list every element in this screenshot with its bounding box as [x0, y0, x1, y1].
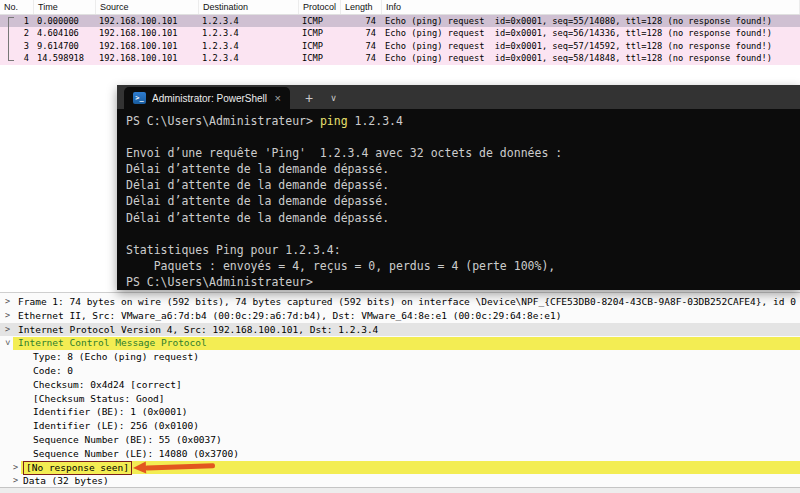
- cell-no: 3: [0, 40, 34, 52]
- tab-dropdown-icon[interactable]: ∨: [330, 94, 337, 103]
- packet-row[interactable]: 39.614700192.168.100.1011.2.3.4ICMP74Ech…: [0, 40, 800, 52]
- cell-no: 1: [0, 15, 34, 27]
- detail-text: Sequence Number (LE): 14080 (0x3700): [33, 447, 239, 461]
- terminal-prompt-line: PS C:\Users\Administrateur> ping 1.2.3.4: [126, 113, 800, 129]
- expand-icon[interactable]: >: [5, 323, 10, 337]
- wireshark-detail-pane: >Frame 1: 74 bytes on wire (592 bits), 7…: [0, 292, 800, 493]
- command-text: ping: [320, 114, 348, 128]
- packet-row[interactable]: 414.598918192.168.100.1011.2.3.4ICMP74Ec…: [0, 52, 800, 64]
- detail-row[interactable]: >Ethernet II, Src: VMware_a6:7d:b4 (00:0…: [0, 309, 800, 323]
- terminal-line: [126, 129, 800, 145]
- cell-length: 74: [341, 15, 382, 27]
- terminal-tab-bar: >_ Administrator: PowerShell × + ∨: [117, 85, 800, 109]
- cell-info: Echo (ping) request id=0x0001, seq=55/14…: [382, 15, 800, 27]
- detail-row[interactable]: >[No response seen]: [0, 461, 800, 475]
- column-header-time[interactable]: Time: [34, 0, 96, 14]
- detail-row[interactable]: Identifier (BE): 1 (0x0001): [0, 405, 800, 419]
- cell-length: 74: [341, 40, 382, 52]
- cell-source: 192.168.100.101: [96, 40, 199, 52]
- cell-destination: 1.2.3.4: [199, 27, 299, 39]
- detail-row[interactable]: Type: 8 (Echo (ping) request): [0, 350, 800, 364]
- cell-time: 0.000000: [34, 15, 96, 27]
- new-tab-button[interactable]: +: [305, 91, 313, 105]
- cell-destination: 1.2.3.4: [199, 40, 299, 52]
- cell-time: 14.598918: [34, 52, 96, 64]
- detail-text: Checksum: 0x4d24 [correct]: [33, 378, 182, 392]
- detail-row[interactable]: [Checksum Status: Good]: [0, 392, 800, 406]
- collapse-icon[interactable]: >: [1, 341, 15, 346]
- cell-protocol: ICMP: [299, 27, 341, 39]
- cell-length: 74: [341, 27, 382, 39]
- column-header-no[interactable]: No.: [0, 0, 34, 14]
- column-header-length[interactable]: Length: [341, 0, 382, 14]
- detail-row[interactable]: Code: 0: [0, 364, 800, 378]
- column-header-destination[interactable]: Destination: [199, 0, 299, 14]
- detail-row[interactable]: >Internet Control Message Protocol: [0, 336, 800, 350]
- cell-no: 2: [0, 27, 34, 39]
- cell-protocol: ICMP: [299, 15, 341, 27]
- byte-pane-edge: [0, 487, 800, 493]
- column-header-info[interactable]: Info: [382, 0, 800, 14]
- detail-text: Identifier (BE): 1 (0x0001): [33, 405, 187, 419]
- detail-row[interactable]: Checksum: 0x4d24 [correct]: [0, 378, 800, 392]
- terminal-tab[interactable]: >_ Administrator: PowerShell ×: [124, 87, 290, 109]
- cell-protocol: ICMP: [299, 52, 341, 64]
- column-header-protocol[interactable]: Protocol: [299, 0, 341, 14]
- packet-row[interactable]: 24.604106192.168.100.1011.2.3.4ICMP74Ech…: [0, 27, 800, 39]
- cell-destination: 1.2.3.4: [199, 15, 299, 27]
- cell-length: 74: [341, 52, 382, 64]
- terminal-line: PS C:\Users\Administrateur>: [126, 274, 800, 290]
- detail-text: Code: 0: [33, 364, 73, 378]
- cell-protocol: ICMP: [299, 40, 341, 52]
- expand-icon[interactable]: >: [13, 474, 18, 488]
- detail-text: Internet Control Message Protocol: [18, 336, 207, 350]
- column-header-source[interactable]: Source: [96, 0, 199, 14]
- related-packets-bracket: [8, 17, 14, 61]
- cell-destination: 1.2.3.4: [199, 52, 299, 64]
- detail-text: Internet Protocol Version 4, Src: 192.16…: [18, 323, 378, 337]
- detail-text: Frame 1: 74 bytes on wire (592 bits), 74…: [18, 295, 796, 309]
- detail-row[interactable]: Sequence Number (LE): 14080 (0x3700): [0, 447, 800, 461]
- terminal-line: [126, 226, 800, 242]
- packet-row[interactable]: 10.000000192.168.100.1011.2.3.4ICMP74Ech…: [0, 15, 800, 27]
- terminal-line: Délai d’attente de la demande dépassé.: [126, 161, 800, 177]
- packet-list-header: No.TimeSourceDestinationProtocolLengthIn…: [0, 0, 800, 15]
- detail-row[interactable]: >Internet Protocol Version 4, Src: 192.1…: [0, 323, 800, 337]
- cell-info: Echo (ping) request id=0x0001, seq=57/14…: [382, 40, 800, 52]
- cell-info: Echo (ping) request id=0x0001, seq=56/14…: [382, 27, 800, 39]
- terminal-line: Délai d’attente de la demande dépassé.: [126, 210, 800, 226]
- powershell-window: >_ Administrator: PowerShell × + ∨ PS C:…: [117, 85, 800, 290]
- detail-text: [Checksum Status: Good]: [33, 392, 165, 406]
- detail-text: Sequence Number (BE): 55 (0x0037): [33, 433, 222, 447]
- detail-text: Identifier (LE): 256 (0x0100): [33, 419, 199, 433]
- tab-title: Administrator: PowerShell: [152, 93, 267, 104]
- detail-text: Ethernet II, Src: VMware_a6:7d:b4 (00:0c…: [18, 309, 561, 323]
- terminal-line: Délai d’attente de la demande dépassé.: [126, 177, 800, 193]
- terminal-output[interactable]: PS C:\Users\Administrateur> ping 1.2.3.4…: [117, 109, 800, 290]
- terminal-line: Délai d’attente de la demande dépassé.: [126, 193, 800, 209]
- terminal-line: Statistiques Ping pour 1.2.3.4:: [126, 242, 800, 258]
- detail-row[interactable]: Sequence Number (BE): 55 (0x0037): [0, 433, 800, 447]
- expand-icon[interactable]: >: [13, 461, 18, 475]
- cell-time: 4.604106: [34, 27, 96, 39]
- powershell-icon: >_: [133, 92, 146, 104]
- expand-icon[interactable]: >: [5, 309, 10, 323]
- terminal-line: Envoi d’une requête 'Ping' 1.2.3.4 avec …: [126, 145, 800, 161]
- cell-info: Echo (ping) request id=0x0001, seq=58/14…: [382, 52, 800, 64]
- packet-rows: 10.000000192.168.100.1011.2.3.4ICMP74Ech…: [0, 15, 800, 65]
- detail-text: Type: 8 (Echo (ping) request): [33, 350, 199, 364]
- detail-row[interactable]: Identifier (LE): 256 (0x0100): [0, 419, 800, 433]
- cell-source: 192.168.100.101: [96, 27, 199, 39]
- cell-time: 9.614700: [34, 40, 96, 52]
- expand-icon[interactable]: >: [5, 295, 10, 309]
- detail-text: [No response seen]: [23, 461, 132, 475]
- close-tab-icon[interactable]: ×: [275, 93, 281, 104]
- cell-no: 4: [0, 52, 34, 64]
- detail-row[interactable]: >Frame 1: 74 bytes on wire (592 bits), 7…: [0, 295, 800, 309]
- terminal-line: Paquets : envoyés = 4, reçus = 0, perdus…: [126, 258, 800, 274]
- detail-text: Data (32 bytes): [23, 474, 109, 488]
- cell-source: 192.168.100.101: [96, 52, 199, 64]
- cell-source: 192.168.100.101: [96, 15, 199, 27]
- wireshark-packet-list: No.TimeSourceDestinationProtocolLengthIn…: [0, 0, 800, 65]
